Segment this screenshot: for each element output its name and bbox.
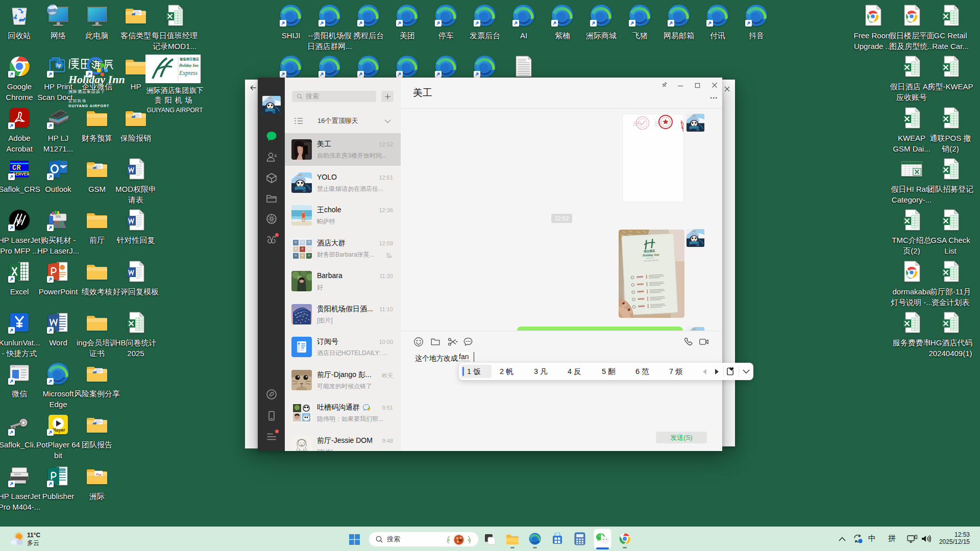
svg-text:SERVER: SERVER (13, 172, 30, 177)
svg-text:Player: Player (52, 428, 65, 433)
svg-text:CR: CR (12, 164, 21, 172)
svg-text:Express: Express (179, 70, 198, 77)
svg-text:智造假日酒店: 智造假日酒店 (179, 57, 199, 61)
svg-text:hp: hp (56, 62, 61, 68)
svg-text:hp: hp (15, 216, 22, 224)
svg-text:Holiday Inn: Holiday Inn (179, 63, 199, 68)
